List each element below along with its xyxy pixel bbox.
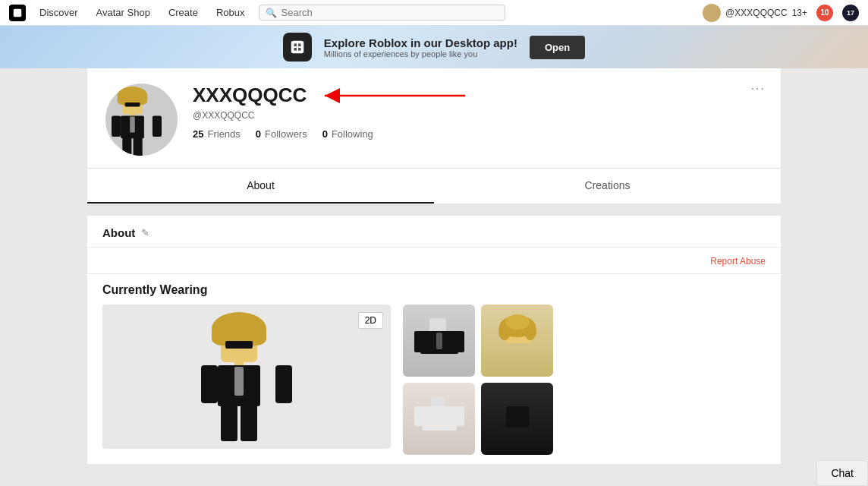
followers-stat: 0 Followers <box>256 128 307 140</box>
wearing-title: Currently Wearing <box>102 283 766 297</box>
promo-banner: Explore Roblox in our Desktop app! Milli… <box>0 26 868 68</box>
chat-button[interactable]: Chat <box>816 460 868 486</box>
following-count: 0 <box>322 128 328 140</box>
render-leg-left <box>221 405 237 441</box>
notif-count: 10 <box>820 8 829 17</box>
profile-info: XXXQQQCC @XXXQQQCC 25 Fri <box>193 84 763 140</box>
tab-about[interactable]: About <box>87 169 434 204</box>
svg-rect-21 <box>454 406 464 426</box>
avatar-leg-left <box>122 137 131 156</box>
avatar-arm-left <box>112 116 121 137</box>
svg-rect-11 <box>454 331 464 352</box>
svg-rect-0 <box>14 8 22 17</box>
profile-name-row: XXXQQQCC <box>193 84 763 107</box>
more-options-button[interactable]: ··· <box>751 82 766 96</box>
avatar-arm-right <box>153 116 162 137</box>
report-area: Report Abuse <box>87 248 781 274</box>
avatar-render <box>201 312 292 441</box>
robux-balance[interactable]: 17 <box>842 5 859 21</box>
render-tie <box>234 367 244 396</box>
profile-display-name: XXXQQQCC <box>193 84 307 107</box>
desktop-app-icon <box>283 33 312 62</box>
about-header: About ✎ <box>87 216 781 248</box>
edit-about-icon[interactable]: ✎ <box>141 227 149 238</box>
svg-rect-1 <box>291 41 304 54</box>
main-content-area: About ✎ Report Abuse Currently Wearing <box>87 204 781 476</box>
following-label: Following <box>332 128 373 140</box>
nav-discover[interactable]: Discover <box>39 7 78 18</box>
profile-stats: 25 Friends 0 Followers 0 Following <box>193 128 763 140</box>
svg-rect-23 <box>506 406 529 428</box>
render-arm-left <box>201 365 218 403</box>
robux-count: 17 <box>847 9 854 17</box>
banner-title: Explore Roblox in our Desktop app! <box>324 36 517 49</box>
avatar-tie <box>130 117 135 133</box>
profile-top-area: XXXQQQCC @XXXQQQCC 25 Fri <box>105 84 763 156</box>
render-arm-right <box>275 365 292 403</box>
render-leg-right <box>241 405 257 441</box>
friends-stat: 25 Friends <box>193 128 241 140</box>
about-card: About ✎ Report Abuse Currently Wearing <box>87 216 781 464</box>
item-shirt[interactable] <box>403 383 475 455</box>
top-navigation: Discover Avatar Shop Create Robux 🔍 @XXX… <box>0 0 868 26</box>
open-app-button[interactable]: Open <box>530 36 585 59</box>
profile-avatar <box>105 84 178 156</box>
currently-wearing-section: Currently Wearing <box>87 274 781 464</box>
user-account-area[interactable]: @XXXQQQCC 13+ <box>703 4 807 22</box>
tab-creations[interactable]: Creations <box>434 169 781 204</box>
profile-card: XXXQQQCC @XXXQQQCC 25 Fri <box>87 68 781 168</box>
friends-label: Friends <box>207 128 240 140</box>
notifications-bell[interactable]: 10 <box>816 5 833 21</box>
toggle-2d-button[interactable]: 2D <box>358 312 383 329</box>
svg-rect-12 <box>436 333 442 349</box>
item-suit[interactable] <box>403 305 475 377</box>
svg-point-17 <box>505 314 530 330</box>
roblox-logo[interactable] <box>9 5 26 21</box>
profile-tabs: About Creations <box>87 168 781 204</box>
friends-count: 25 <box>193 128 203 140</box>
svg-rect-3 <box>298 43 301 46</box>
nav-create[interactable]: Create <box>168 7 198 18</box>
nav-right-area: @XXXQQQCC 13+ 10 17 <box>703 4 859 22</box>
search-bar[interactable]: 🔍 <box>259 5 505 21</box>
svg-rect-19 <box>422 406 457 431</box>
about-section-title: About <box>102 226 135 239</box>
search-input[interactable] <box>281 7 498 18</box>
avatar-leg-right <box>134 137 143 156</box>
svg-rect-4 <box>294 48 297 51</box>
followers-label: Followers <box>265 128 307 140</box>
item-hair[interactable] <box>481 305 553 377</box>
items-grid <box>403 305 553 455</box>
wearing-content: 2D <box>102 305 766 455</box>
banner-subtitle: Millions of experiences by people like y… <box>324 49 517 58</box>
report-abuse-link[interactable]: Report Abuse <box>710 256 766 267</box>
svg-rect-5 <box>298 48 301 51</box>
avatar-3d-display: 2D <box>102 305 391 449</box>
avatar-eyes <box>125 103 140 107</box>
followers-count: 0 <box>256 128 261 140</box>
user-handle-label: @XXXQQQCC <box>725 8 788 18</box>
banner-text-area: Explore Roblox in our Desktop app! Milli… <box>324 36 517 58</box>
user-age-label: 13+ <box>792 8 807 18</box>
profile-username: @XXXQQQCC <box>193 110 763 121</box>
svg-rect-20 <box>414 406 425 426</box>
svg-rect-10 <box>414 331 425 352</box>
following-stat: 0 Following <box>322 128 373 140</box>
item-hat[interactable] <box>481 383 553 455</box>
render-eyes <box>225 341 253 349</box>
arrow-annotation <box>317 87 469 105</box>
svg-rect-2 <box>294 43 297 46</box>
nav-links: Discover Avatar Shop Create Robux <box>39 7 245 18</box>
nav-avatar-shop[interactable]: Avatar Shop <box>96 7 150 18</box>
search-icon: 🔍 <box>266 8 277 18</box>
nav-robux[interactable]: Robux <box>216 7 245 18</box>
user-avatar-small <box>703 4 721 22</box>
